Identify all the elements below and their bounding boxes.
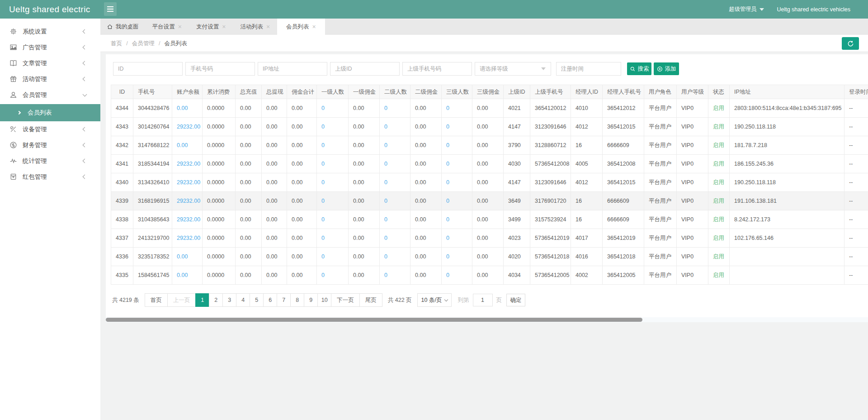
cell-三级人数[interactable]: 0: [442, 266, 472, 285]
cell-二级人数[interactable]: 0: [380, 136, 410, 155]
cell-账户余额[interactable]: 29232.00: [172, 155, 203, 173]
cell-一级人数[interactable]: 0: [317, 118, 349, 136]
tab-label: 支付设置: [196, 23, 219, 31]
cell-账户余额[interactable]: 29232.00: [172, 118, 203, 136]
cell-经理人手机号: 365412015: [603, 118, 644, 136]
scrollbar-thumb[interactable]: [106, 318, 642, 322]
cell-二级人数[interactable]: 0: [380, 173, 410, 192]
cell-一级人数[interactable]: 0: [317, 192, 349, 210]
page-prev-button[interactable]: 上一页: [167, 293, 196, 307]
tab-3[interactable]: 活动列表×: [233, 19, 278, 35]
cell-一级人数[interactable]: 0: [317, 136, 349, 155]
cell-二级人数[interactable]: 0: [380, 118, 410, 136]
cell-三级人数[interactable]: 0: [442, 136, 472, 155]
confirm-button[interactable]: 确定: [506, 294, 525, 306]
cell-一级人数[interactable]: 0: [317, 229, 349, 248]
cell-三级人数[interactable]: 0: [442, 192, 472, 210]
cell-二级人数[interactable]: 0: [380, 248, 410, 266]
refresh-button[interactable]: [842, 37, 859, 50]
page-button-7[interactable]: 7: [277, 293, 291, 307]
cell-二级人数[interactable]: 0: [380, 229, 410, 248]
level-select[interactable]: 请选择等级: [475, 62, 551, 76]
filter-input-2[interactable]: [258, 62, 327, 76]
cell-一级人数[interactable]: 0: [317, 155, 349, 173]
tab-4[interactable]: 会员列表×: [277, 19, 325, 35]
cell-账户余额[interactable]: 0.00: [172, 248, 203, 266]
page-first-button[interactable]: 首页: [145, 293, 168, 307]
cell-账户余额[interactable]: 0.00: [172, 266, 203, 285]
page-button-5[interactable]: 5: [250, 293, 264, 307]
close-icon[interactable]: ×: [178, 24, 182, 30]
cell-二级人数[interactable]: 0: [380, 155, 410, 173]
cell-二级人数[interactable]: 0: [380, 266, 410, 285]
page-button-2[interactable]: 2: [209, 293, 223, 307]
col-header-1: 手机号: [133, 85, 172, 99]
cell-账户余额[interactable]: 29232.00: [172, 229, 203, 248]
cell-三级人数[interactable]: 0: [442, 229, 472, 248]
cell-二级人数[interactable]: 0: [380, 99, 410, 118]
sidebar-item-8[interactable]: 红包管理: [0, 169, 100, 185]
sidebar-item-5[interactable]: 设备管理: [0, 121, 100, 137]
filter-input-3[interactable]: [330, 62, 400, 76]
close-icon[interactable]: ×: [266, 24, 270, 30]
sidebar-item-7[interactable]: 统计管理: [0, 153, 100, 169]
admin-role-dropdown[interactable]: 超级管理员: [729, 5, 764, 13]
filter-input-1[interactable]: [185, 62, 255, 76]
sidebar-item-0[interactable]: 系统设置: [0, 24, 100, 39]
cell-账户余额[interactable]: 29232.00: [172, 210, 203, 229]
page-button-1[interactable]: 1: [195, 293, 209, 307]
cell-一级人数[interactable]: 0: [317, 210, 349, 229]
register-time-input[interactable]: [556, 62, 621, 76]
cell-三级人数[interactable]: 0: [442, 118, 472, 136]
page-button-4[interactable]: 4: [236, 293, 250, 307]
close-icon[interactable]: ×: [222, 24, 226, 30]
close-icon[interactable]: ×: [312, 24, 316, 30]
cell-一级人数[interactable]: 0: [317, 248, 349, 266]
cell-账户余额[interactable]: 29232.00: [172, 192, 203, 210]
sidebar-item-4[interactable]: 会员管理: [0, 87, 100, 103]
horizontal-scrollbar[interactable]: [106, 317, 868, 322]
breadcrumb-item-1[interactable]: 会员管理: [132, 40, 155, 48]
cell-三级人数[interactable]: 0: [442, 248, 472, 266]
finance-icon: [9, 141, 17, 149]
cell-一级人数[interactable]: 0: [317, 99, 349, 118]
sidebar-item-1[interactable]: 广告管理: [0, 39, 100, 55]
cell-二级人数[interactable]: 0: [380, 210, 410, 229]
page-button-8[interactable]: 8: [290, 293, 304, 307]
page-last-button[interactable]: 尾页: [359, 293, 382, 307]
page-button-10[interactable]: 10: [317, 293, 331, 307]
cell-一级人数[interactable]: 0: [317, 173, 349, 192]
cell-三级人数[interactable]: 0: [442, 155, 472, 173]
tab-0[interactable]: 我的桌面: [105, 19, 145, 35]
filter-input-0[interactable]: [113, 62, 183, 76]
sidebar-item-3[interactable]: 活动管理: [0, 71, 100, 87]
cell-手机号: 3014260764: [133, 118, 172, 136]
cell-二级人数[interactable]: 0: [380, 192, 410, 210]
cell-账户余额[interactable]: 0.00: [172, 99, 203, 118]
page-button-3[interactable]: 3: [222, 293, 236, 307]
page-size-select[interactable]: 10 条/页: [417, 293, 452, 307]
cell-经理人手机号: 365412012: [603, 99, 644, 118]
cell-总充值: 0.00: [236, 173, 262, 192]
add-button[interactable]: 添加: [654, 62, 679, 75]
sidebar-item-6[interactable]: 财务管理: [0, 137, 100, 153]
menu-toggle-icon[interactable]: [104, 2, 117, 16]
goto-page-input[interactable]: [473, 294, 493, 306]
sidebar-item-2[interactable]: 文章管理: [0, 55, 100, 71]
page-button-9[interactable]: 9: [304, 293, 318, 307]
sidebar-subitem-member-list[interactable]: 会员列表: [0, 104, 100, 121]
page-button-6[interactable]: 6: [263, 293, 277, 307]
page-next-button[interactable]: 下一页: [331, 293, 360, 307]
tab-1[interactable]: 平台设置×: [145, 19, 189, 35]
cell-账户余额[interactable]: 0.00: [172, 136, 203, 155]
search-button[interactable]: 搜索: [627, 62, 651, 75]
tab-2[interactable]: 支付设置×: [189, 19, 233, 35]
filter-input-4[interactable]: [402, 62, 472, 76]
cell-一级佣金: 0.00: [349, 210, 380, 229]
cell-三级人数[interactable]: 0: [442, 173, 472, 192]
cell-三级人数[interactable]: 0: [442, 99, 472, 118]
cell-三级人数[interactable]: 0: [442, 210, 472, 229]
breadcrumb-item-0[interactable]: 首页: [111, 40, 122, 48]
cell-账户余额[interactable]: 29232.00: [172, 173, 203, 192]
cell-一级人数[interactable]: 0: [317, 266, 349, 285]
